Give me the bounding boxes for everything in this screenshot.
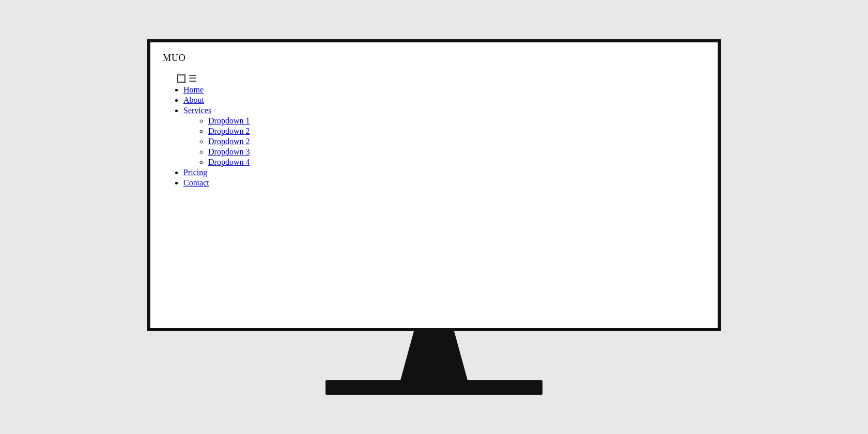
nav-link-about[interactable]: About xyxy=(183,96,204,104)
list-item: Dropdown 2 xyxy=(208,137,705,146)
hamburger-icon[interactable]: ☰ xyxy=(189,74,197,83)
nav-link-home[interactable]: Home xyxy=(183,85,204,94)
nav-item-about: About xyxy=(183,96,705,105)
dropdown-link-3[interactable]: Dropdown 2 xyxy=(208,137,250,146)
monitor-base xyxy=(326,380,542,395)
site-title: MUO xyxy=(163,53,705,64)
dropdown-link-2[interactable]: Dropdown 2 xyxy=(208,127,250,135)
nav-item-pricing: Pricing xyxy=(183,168,705,177)
monitor-neck xyxy=(400,331,468,380)
dropdown-link-1[interactable]: Dropdown 1 xyxy=(208,116,250,125)
list-item: Dropdown 3 xyxy=(208,147,705,157)
dropdown-link-4[interactable]: Dropdown 3 xyxy=(208,147,250,156)
menu-toggle-row: ☰ xyxy=(177,74,705,83)
nav-item-contact: Contact xyxy=(183,178,705,188)
nav-item-services: Services Dropdown 1 Dropdown 2 Dropdown … xyxy=(183,106,705,167)
nav-list: Home About Services Dropdown 1 Dropdown … xyxy=(163,85,705,188)
nav-link-pricing[interactable]: Pricing xyxy=(183,168,207,177)
list-item: Dropdown 1 xyxy=(208,116,705,126)
dropdown-link-5[interactable]: Dropdown 4 xyxy=(208,158,250,166)
services-dropdown: Dropdown 1 Dropdown 2 Dropdown 2 Dropdow… xyxy=(183,116,705,167)
list-item: Dropdown 2 xyxy=(208,127,705,136)
nav-link-contact[interactable]: Contact xyxy=(183,178,209,187)
nav-item-home: Home xyxy=(183,85,705,95)
nav-link-services[interactable]: Services xyxy=(183,106,211,115)
checkbox-icon[interactable] xyxy=(177,74,185,83)
monitor-screen: MUO ☰ Home About Services Dropdown 1 xyxy=(147,39,721,331)
list-item: Dropdown 4 xyxy=(208,158,705,167)
screen-content: MUO ☰ Home About Services Dropdown 1 xyxy=(150,42,718,328)
monitor-wrapper: MUO ☰ Home About Services Dropdown 1 xyxy=(147,39,721,395)
